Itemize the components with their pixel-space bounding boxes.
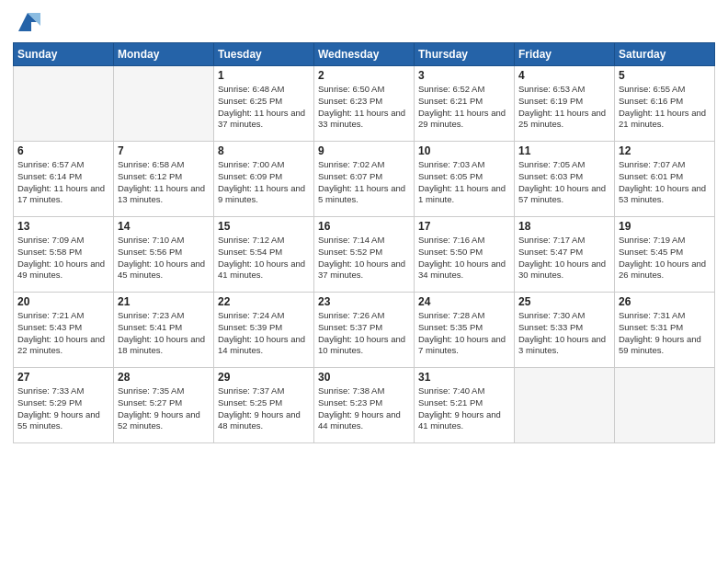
day-number: 21: [118, 295, 210, 308]
day-info: Sunrise: 7:38 AMSunset: 5:23 PMDaylight:…: [318, 385, 410, 432]
header-saturday: Saturday: [615, 43, 715, 66]
day-info: Sunrise: 7:23 AMSunset: 5:41 PMDaylight:…: [118, 310, 210, 357]
calendar-table: Sunday Monday Tuesday Wednesday Thursday…: [13, 42, 715, 443]
day-info: Sunrise: 7:03 AMSunset: 6:05 PMDaylight:…: [418, 159, 510, 206]
day-number: 22: [218, 295, 310, 308]
week-row-3: 13Sunrise: 7:09 AMSunset: 5:58 PMDayligh…: [14, 217, 715, 293]
day-info: Sunrise: 6:50 AMSunset: 6:23 PMDaylight:…: [318, 84, 410, 131]
calendar-cell: 22Sunrise: 7:24 AMSunset: 5:39 PMDayligh…: [214, 293, 314, 368]
header: [13, 9, 715, 35]
calendar-cell: [615, 368, 715, 443]
logo: [13, 9, 40, 35]
day-info: Sunrise: 6:53 AMSunset: 6:19 PMDaylight:…: [518, 84, 610, 131]
week-row-4: 20Sunrise: 7:21 AMSunset: 5:43 PMDayligh…: [14, 293, 715, 368]
day-info: Sunrise: 6:48 AMSunset: 6:25 PMDaylight:…: [218, 84, 310, 131]
day-number: 11: [518, 144, 610, 157]
week-row-2: 6Sunrise: 6:57 AMSunset: 6:14 PMDaylight…: [14, 142, 715, 217]
day-info: Sunrise: 6:58 AMSunset: 6:12 PMDaylight:…: [118, 159, 210, 206]
header-thursday: Thursday: [415, 43, 515, 66]
calendar-cell: [515, 368, 615, 443]
day-info: Sunrise: 7:28 AMSunset: 5:35 PMDaylight:…: [418, 310, 510, 357]
header-wednesday: Wednesday: [314, 43, 415, 66]
day-info: Sunrise: 7:26 AMSunset: 5:37 PMDaylight:…: [318, 310, 410, 357]
day-info: Sunrise: 7:05 AMSunset: 6:03 PMDaylight:…: [518, 159, 610, 206]
calendar-cell: 15Sunrise: 7:12 AMSunset: 5:54 PMDayligh…: [214, 217, 314, 293]
day-info: Sunrise: 7:19 AMSunset: 5:45 PMDaylight:…: [619, 235, 711, 282]
calendar-cell: 31Sunrise: 7:40 AMSunset: 5:21 PMDayligh…: [415, 368, 515, 443]
day-info: Sunrise: 6:55 AMSunset: 6:16 PMDaylight:…: [619, 84, 711, 131]
day-info: Sunrise: 7:21 AMSunset: 5:43 PMDaylight:…: [17, 310, 109, 357]
day-number: 16: [318, 220, 410, 233]
calendar-cell: 8Sunrise: 7:00 AMSunset: 6:09 PMDaylight…: [214, 142, 314, 217]
day-number: 12: [619, 144, 711, 157]
day-number: 17: [418, 220, 510, 233]
page: Sunday Monday Tuesday Wednesday Thursday…: [0, 0, 728, 563]
day-number: 24: [418, 295, 510, 308]
day-info: Sunrise: 6:52 AMSunset: 6:21 PMDaylight:…: [418, 84, 510, 131]
header-sunday: Sunday: [14, 43, 114, 66]
day-info: Sunrise: 7:07 AMSunset: 6:01 PMDaylight:…: [619, 159, 711, 206]
logo-icon: [15, 9, 40, 35]
day-number: 25: [518, 295, 610, 308]
calendar-cell: 29Sunrise: 7:37 AMSunset: 5:25 PMDayligh…: [214, 368, 314, 443]
calendar-cell: 2Sunrise: 6:50 AMSunset: 6:23 PMDaylight…: [314, 66, 415, 142]
day-number: 18: [518, 220, 610, 233]
calendar-cell: 30Sunrise: 7:38 AMSunset: 5:23 PMDayligh…: [314, 368, 415, 443]
day-number: 5: [619, 69, 711, 82]
day-number: 19: [619, 220, 711, 233]
day-number: 29: [218, 371, 310, 384]
day-info: Sunrise: 7:31 AMSunset: 5:31 PMDaylight:…: [619, 310, 711, 357]
day-info: Sunrise: 7:24 AMSunset: 5:39 PMDaylight:…: [218, 310, 310, 357]
weekday-header-row: Sunday Monday Tuesday Wednesday Thursday…: [14, 43, 715, 66]
calendar-cell: 21Sunrise: 7:23 AMSunset: 5:41 PMDayligh…: [114, 293, 214, 368]
day-number: 26: [619, 295, 711, 308]
calendar-cell: 20Sunrise: 7:21 AMSunset: 5:43 PMDayligh…: [14, 293, 114, 368]
day-number: 8: [218, 144, 310, 157]
day-number: 10: [418, 144, 510, 157]
calendar-cell: 13Sunrise: 7:09 AMSunset: 5:58 PMDayligh…: [14, 217, 114, 293]
calendar-cell: 25Sunrise: 7:30 AMSunset: 5:33 PMDayligh…: [515, 293, 615, 368]
calendar-cell: 5Sunrise: 6:55 AMSunset: 6:16 PMDaylight…: [615, 66, 715, 142]
day-number: 28: [118, 371, 210, 384]
calendar-cell: 14Sunrise: 7:10 AMSunset: 5:56 PMDayligh…: [114, 217, 214, 293]
day-info: Sunrise: 7:33 AMSunset: 5:29 PMDaylight:…: [17, 385, 109, 432]
calendar-cell: 9Sunrise: 7:02 AMSunset: 6:07 PMDaylight…: [314, 142, 415, 217]
day-number: 27: [17, 371, 109, 384]
day-info: Sunrise: 6:57 AMSunset: 6:14 PMDaylight:…: [17, 159, 109, 206]
day-number: 9: [318, 144, 410, 157]
header-monday: Monday: [114, 43, 214, 66]
day-number: 4: [518, 69, 610, 82]
calendar-cell: 10Sunrise: 7:03 AMSunset: 6:05 PMDayligh…: [415, 142, 515, 217]
day-info: Sunrise: 7:09 AMSunset: 5:58 PMDaylight:…: [17, 235, 109, 282]
calendar-cell: 19Sunrise: 7:19 AMSunset: 5:45 PMDayligh…: [615, 217, 715, 293]
day-number: 7: [118, 144, 210, 157]
day-number: 1: [218, 69, 310, 82]
calendar-cell: 6Sunrise: 6:57 AMSunset: 6:14 PMDaylight…: [14, 142, 114, 217]
calendar-cell: 26Sunrise: 7:31 AMSunset: 5:31 PMDayligh…: [615, 293, 715, 368]
day-number: 14: [118, 220, 210, 233]
day-number: 30: [318, 371, 410, 384]
calendar-cell: 28Sunrise: 7:35 AMSunset: 5:27 PMDayligh…: [114, 368, 214, 443]
day-number: 20: [17, 295, 109, 308]
day-info: Sunrise: 7:12 AMSunset: 5:54 PMDaylight:…: [218, 235, 310, 282]
calendar-cell: 3Sunrise: 6:52 AMSunset: 6:21 PMDaylight…: [415, 66, 515, 142]
calendar-cell: 24Sunrise: 7:28 AMSunset: 5:35 PMDayligh…: [415, 293, 515, 368]
day-info: Sunrise: 7:02 AMSunset: 6:07 PMDaylight:…: [318, 159, 410, 206]
day-number: 6: [17, 144, 109, 157]
day-info: Sunrise: 7:14 AMSunset: 5:52 PMDaylight:…: [318, 235, 410, 282]
calendar-cell: 18Sunrise: 7:17 AMSunset: 5:47 PMDayligh…: [515, 217, 615, 293]
day-info: Sunrise: 7:35 AMSunset: 5:27 PMDaylight:…: [118, 385, 210, 432]
calendar-cell: 17Sunrise: 7:16 AMSunset: 5:50 PMDayligh…: [415, 217, 515, 293]
day-number: 13: [17, 220, 109, 233]
day-info: Sunrise: 7:40 AMSunset: 5:21 PMDaylight:…: [418, 385, 510, 432]
calendar-cell: 23Sunrise: 7:26 AMSunset: 5:37 PMDayligh…: [314, 293, 415, 368]
calendar-cell: 27Sunrise: 7:33 AMSunset: 5:29 PMDayligh…: [14, 368, 114, 443]
calendar-cell: 4Sunrise: 6:53 AMSunset: 6:19 PMDaylight…: [515, 66, 615, 142]
day-info: Sunrise: 7:16 AMSunset: 5:50 PMDaylight:…: [418, 235, 510, 282]
day-number: 15: [218, 220, 310, 233]
day-number: 3: [418, 69, 510, 82]
calendar-cell: [14, 66, 114, 142]
day-info: Sunrise: 7:17 AMSunset: 5:47 PMDaylight:…: [518, 235, 610, 282]
day-number: 2: [318, 69, 410, 82]
day-info: Sunrise: 7:00 AMSunset: 6:09 PMDaylight:…: [218, 159, 310, 206]
